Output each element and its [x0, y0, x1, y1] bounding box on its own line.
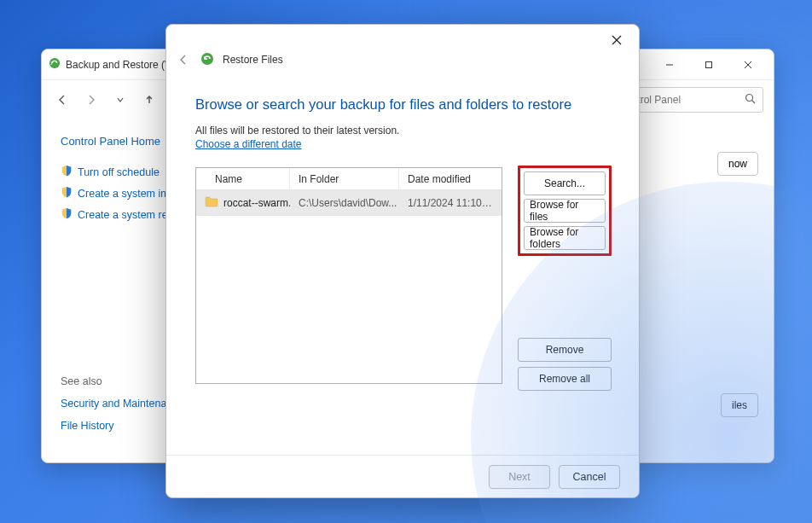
sidebar-link-label: Turn off schedule [78, 166, 160, 178]
file-folder-cell: C:\Users\david\Dow... [290, 197, 399, 209]
column-header-folder[interactable]: In Folder [290, 168, 399, 189]
browse-files-button[interactable]: Browse for files [524, 199, 606, 223]
nav-back-button[interactable] [52, 90, 72, 110]
dialog-close-button[interactable] [603, 28, 630, 52]
restore-files-button-partial[interactable]: iles [721, 393, 758, 417]
maximize-button[interactable] [695, 55, 722, 75]
folder-icon [205, 195, 218, 210]
shield-icon [61, 186, 72, 200]
svg-line-7 [752, 100, 756, 103]
nav-forward-button[interactable] [81, 90, 102, 110]
minimize-button[interactable] [656, 55, 683, 75]
file-list-row[interactable]: roccat--swarm... C:\Users\david\Dow... 1… [196, 190, 502, 216]
cancel-button[interactable]: Cancel [559, 465, 620, 489]
dialog-back-button[interactable] [175, 51, 192, 68]
bg-window-title: Backup and Restore (W [66, 59, 174, 71]
file-name-cell: roccat--swarm... [223, 197, 290, 209]
dialog-title: Restore Files [223, 54, 283, 66]
dialog-header-row: Restore Files [166, 52, 639, 73]
dialog-subtext: All files will be restored to their late… [195, 125, 612, 137]
column-header-name[interactable]: Name [196, 168, 290, 189]
nav-up-button[interactable] [139, 90, 160, 110]
backup-now-button-partial[interactable]: now [717, 152, 758, 176]
search-control-panel[interactable]: ontrol Panel [618, 87, 763, 113]
dialog-titlebar [166, 25, 639, 55]
file-date-cell: 1/11/2024 11:10 ... [399, 197, 493, 209]
close-button[interactable] [734, 55, 762, 75]
action-button-column: Search... Browse for files Browse for fo… [518, 167, 612, 396]
remove-all-button[interactable]: Remove all [518, 367, 612, 391]
search-browse-highlight: Search... Browse for files Browse for fo… [518, 166, 612, 256]
restore-files-dialog: Restore Files Browse or search your back… [165, 24, 640, 498]
svg-rect-2 [706, 61, 712, 67]
remove-button[interactable]: Remove [518, 338, 612, 362]
svg-point-0 [49, 58, 60, 68]
restore-files-icon [200, 52, 214, 68]
search-button[interactable]: Search... [524, 171, 606, 195]
backup-restore-icon [49, 57, 61, 72]
shield-icon [61, 165, 72, 179]
restore-file-list[interactable]: Name In Folder Date modified roccat--swa… [195, 167, 502, 384]
nav-recent-dropdown[interactable] [110, 90, 130, 110]
column-header-date[interactable]: Date modified [399, 168, 493, 189]
shield-icon [61, 207, 72, 222]
search-icon [745, 93, 756, 107]
next-button[interactable]: Next [489, 465, 550, 489]
choose-different-date-link[interactable]: Choose a different date [195, 138, 612, 150]
dialog-heading: Browse or search your backup for files a… [195, 96, 612, 113]
file-list-header: Name In Folder Date modified [196, 168, 502, 190]
svg-point-6 [746, 94, 753, 101]
dialog-footer: Next Cancel [166, 455, 639, 497]
browse-folders-button[interactable]: Browse for folders [524, 226, 606, 250]
